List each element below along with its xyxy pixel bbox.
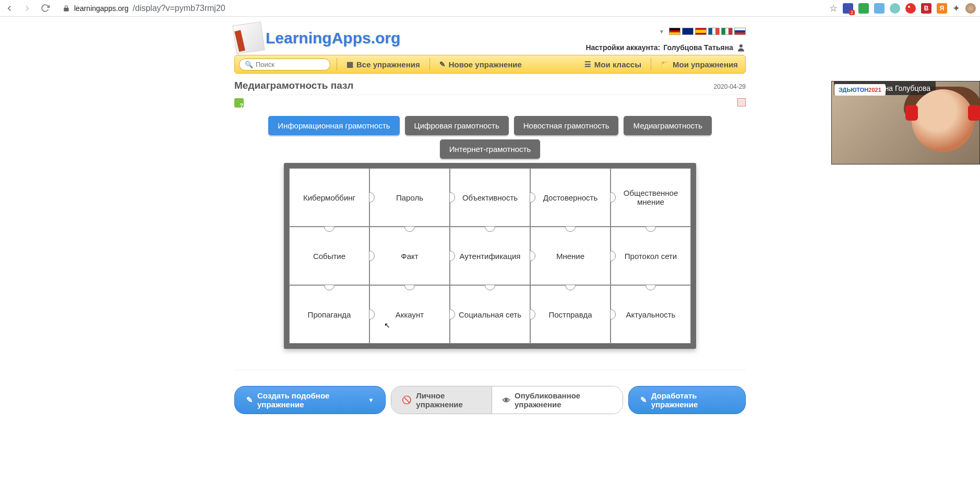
back-button[interactable] xyxy=(4,3,15,14)
nav-new-exercise[interactable]: ✎ Новое упражнение xyxy=(432,55,529,73)
ext-icon-5[interactable] xyxy=(905,3,916,14)
extension-icons: ☆ 2 B Я ✦ xyxy=(829,3,976,14)
category-button[interactable]: Медиаграмотность xyxy=(624,116,711,135)
category-button[interactable]: Цифровая грамотность xyxy=(405,116,509,135)
visibility-toggle: 🚫 Личное упражнение 👁 Опубликованное упр… xyxy=(391,386,623,414)
list-icon: ☰ xyxy=(584,60,591,68)
pencil-icon: ✎ xyxy=(439,60,446,68)
account-settings-link[interactable]: Настройки аккаунта: Голубцова Татьяна xyxy=(585,43,746,52)
ext-icon-1[interactable]: 2 xyxy=(843,3,853,14)
ext-icon-2[interactable] xyxy=(858,3,869,14)
profile-avatar[interactable] xyxy=(965,3,976,14)
puzzle-board: КибермоббингПарольОбъективностьДостоверн… xyxy=(289,168,691,344)
folder-icon: 📁 xyxy=(661,60,670,68)
user-icon xyxy=(736,43,746,52)
flag-en[interactable] xyxy=(682,28,694,35)
category-button[interactable]: Информационная грамотность xyxy=(268,116,399,135)
puzzle-piece[interactable]: Событие xyxy=(289,227,369,285)
flag-it[interactable] xyxy=(721,28,733,35)
url-path: /display?v=pymb73rmj20 xyxy=(133,4,225,13)
search-input[interactable] xyxy=(256,61,325,68)
puzzle-piece[interactable]: Социальная сеть xyxy=(450,285,530,344)
page-title: Медиаграмотность пазл xyxy=(234,80,353,91)
address-bar[interactable]: learningapps.org/display?v=pymb73rmj20 xyxy=(57,3,318,14)
title-row: Медиаграмотность пазл 2020-04-29 xyxy=(234,74,746,95)
puzzle-piece[interactable]: Объективность xyxy=(450,168,530,227)
forward-button[interactable] xyxy=(22,3,32,14)
sub-toolbar xyxy=(234,95,746,111)
page-date: 2020-04-29 xyxy=(714,83,746,90)
puzzle-piece[interactable]: Кибермоббинг xyxy=(289,168,369,227)
url-host: learningapps.org xyxy=(74,4,128,13)
flag-dropdown-icon[interactable]: ▼ xyxy=(659,29,664,34)
nav-my-exercises[interactable]: 📁 Мои упражнения xyxy=(653,55,745,73)
puzzle-piece[interactable]: Протокол сети xyxy=(611,227,691,285)
ext-icon-3[interactable] xyxy=(874,3,885,14)
logo-image xyxy=(232,21,265,54)
site-header: LearningApps.org ▼ Настройки аккаунта: Г… xyxy=(234,21,746,55)
pencil-icon: ✎ xyxy=(640,395,647,405)
search-box[interactable]: 🔍 xyxy=(239,58,330,70)
puzzle-piece[interactable]: Аутентификация xyxy=(450,227,530,285)
account-name: Голубцова Татьяна xyxy=(663,43,733,52)
headset-left-icon xyxy=(905,105,918,121)
fullscreen-icon[interactable] xyxy=(737,98,746,107)
puzzle-piece[interactable]: Общественное мнение xyxy=(611,168,691,227)
refine-button[interactable]: ✎ Доработать упражнение xyxy=(628,386,746,414)
eye-off-icon: 🚫 xyxy=(402,395,412,405)
bottom-actions: ✎ Создать подобное упражнение ▼ 🚫 Личное… xyxy=(234,370,746,422)
ext-icon-4[interactable] xyxy=(890,3,900,14)
search-icon: 🔍 xyxy=(245,61,253,68)
puzzle-piece[interactable]: Факт xyxy=(369,227,450,285)
star-icon[interactable]: ☆ xyxy=(829,3,838,14)
published-toggle[interactable]: 👁 Опубликованное упражнение xyxy=(492,386,623,414)
reload-button[interactable] xyxy=(40,3,50,14)
logo-text: LearningApps.org xyxy=(266,29,400,47)
ext-icon-6[interactable]: B xyxy=(921,3,931,14)
flag-es[interactable] xyxy=(695,28,707,35)
puzzle-piece[interactable]: Актуальность xyxy=(611,285,691,344)
flag-ru[interactable] xyxy=(734,28,746,35)
chevron-down-icon: ▼ xyxy=(368,397,374,403)
puzzle-piece[interactable]: Аккаунт xyxy=(369,285,450,344)
svg-point-0 xyxy=(739,44,743,48)
help-icon[interactable] xyxy=(234,98,244,108)
logo[interactable]: LearningApps.org xyxy=(234,23,400,52)
account-prefix: Настройки аккаунта: xyxy=(585,43,660,52)
grid-icon: ▦ xyxy=(346,60,353,68)
headset-right-icon xyxy=(968,105,980,121)
puzzle-piece[interactable]: Мнение xyxy=(530,227,611,285)
puzzle-piece[interactable]: Пропаганда xyxy=(289,285,369,344)
ext-icon-7[interactable]: Я xyxy=(937,3,947,14)
presenter-face xyxy=(912,89,974,152)
category-button[interactable]: Интернет-грамотность xyxy=(440,139,541,159)
category-buttons: Информационная грамотностьЦифровая грамо… xyxy=(234,111,746,159)
eye-icon: 👁 xyxy=(503,396,510,405)
flag-de[interactable] xyxy=(669,28,680,35)
category-button[interactable]: Новостная грамотность xyxy=(514,116,619,135)
puzzle-piece[interactable]: Достоверность xyxy=(530,168,611,227)
puzzle-board-frame: КибермоббингПарольОбъективностьДостоверн… xyxy=(284,163,696,349)
lock-icon xyxy=(63,5,70,12)
main-navbar: 🔍 ▦ Все упражнения ✎ Новое упражнение ☰ … xyxy=(234,55,746,74)
browser-toolbar: learningapps.org/display?v=pymb73rmj20 ☆… xyxy=(0,0,980,17)
private-toggle[interactable]: 🚫 Личное упражнение xyxy=(391,386,492,414)
flag-fr[interactable] xyxy=(708,28,720,35)
puzzle-piece[interactable]: Пароль xyxy=(369,168,450,227)
create-similar-button[interactable]: ✎ Создать подобное упражнение ▼ xyxy=(234,386,386,414)
extensions-menu-icon[interactable]: ✦ xyxy=(952,3,960,14)
language-flags: ▼ xyxy=(585,28,746,35)
edit-icon: ✎ xyxy=(246,395,253,405)
video-overlay[interactable]: ЭДЬЮТОН2021 ментор Татьяна Голубцова xyxy=(831,81,980,164)
nav-all-exercises[interactable]: ▦ Все упражнения xyxy=(339,55,427,73)
nav-my-classes[interactable]: ☰ Мои классы xyxy=(577,55,649,73)
video-badge: ЭДЬЮТОН2021 xyxy=(834,84,886,96)
puzzle-piece[interactable]: Постправда xyxy=(530,285,611,344)
